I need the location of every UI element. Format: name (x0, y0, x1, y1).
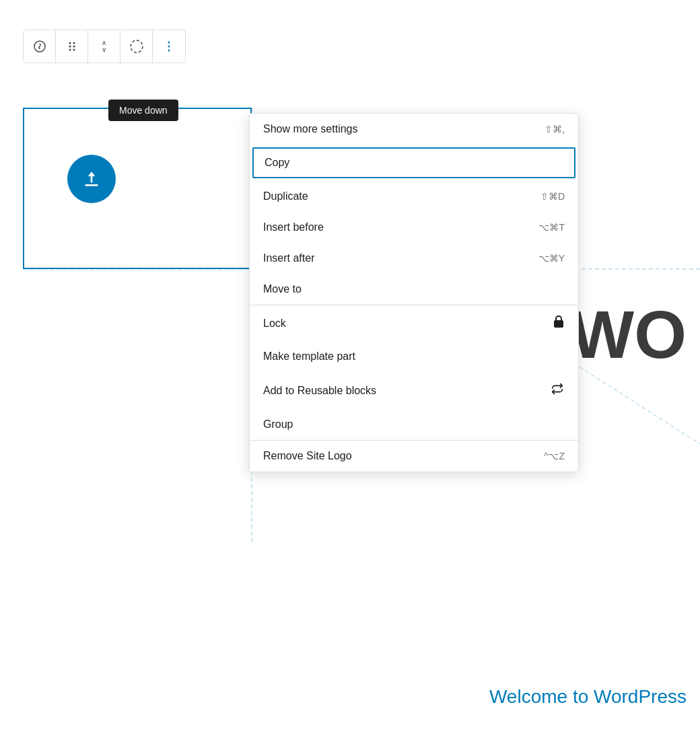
svg-point-7 (73, 46, 75, 48)
copy-label: Copy (265, 157, 289, 169)
insert-before-label: Insert before (263, 221, 324, 233)
select-parent-button[interactable] (120, 30, 153, 63)
remove-site-logo-label: Remove Site Logo (263, 450, 352, 462)
site-logo-button[interactable] (24, 30, 56, 63)
menu-item-add-reusable[interactable]: Add to Reusable blocks (250, 372, 578, 409)
make-template-part-label: Make template part (263, 350, 355, 363)
svg-point-4 (69, 42, 71, 44)
select-parent-icon (129, 39, 144, 54)
insert-before-shortcut: ⌥⌘T (538, 222, 565, 233)
svg-rect-14 (554, 320, 563, 328)
menu-item-duplicate[interactable]: Duplicate ⇧⌘D (250, 181, 578, 212)
svg-point-12 (168, 46, 170, 48)
insert-after-label: Insert after (263, 252, 314, 264)
menu-item-remove-site-logo[interactable]: Remove Site Logo ^⌥Z (250, 441, 578, 472)
svg-point-9 (73, 49, 75, 51)
site-logo-icon (33, 40, 46, 53)
duplicate-label: Duplicate (263, 190, 308, 202)
menu-item-lock[interactable]: Lock (250, 305, 578, 341)
menu-item-show-more-settings[interactable]: Show more settings ⇧⌘, (250, 114, 578, 145)
menu-section-1: Show more settings ⇧⌘, Copy Duplicate ⇧⌘… (250, 114, 578, 305)
svg-point-5 (73, 42, 75, 44)
show-more-settings-shortcut: ⇧⌘, (545, 124, 565, 135)
block-toolbar: ∧ ∨ (23, 30, 186, 63)
move-updown-button[interactable]: ∧ ∨ (88, 30, 120, 63)
lock-label: Lock (263, 317, 286, 330)
menu-item-group[interactable]: Group (250, 409, 578, 440)
welcome-text: Welcome to WordPress (489, 686, 687, 708)
menu-item-copy[interactable]: Copy (252, 147, 575, 178)
context-menu: Show more settings ⇧⌘, Copy Duplicate ⇧⌘… (249, 113, 579, 472)
menu-section-3: Remove Site Logo ^⌥Z (250, 441, 578, 472)
upload-button[interactable] (67, 155, 116, 203)
drag-icon (66, 40, 78, 52)
drag-button[interactable] (56, 30, 88, 63)
insert-after-shortcut: ⌥⌘Y (538, 253, 565, 264)
menu-item-insert-before[interactable]: Insert before ⌥⌘T (250, 212, 578, 243)
tooltip-text: Move down (119, 105, 168, 116)
menu-item-move-to[interactable]: Move to (250, 274, 578, 305)
move-down-tooltip: Move down (108, 100, 178, 121)
menu-section-2: Lock Make template part Add to Reusable … (250, 305, 578, 441)
move-to-label: Move to (263, 283, 302, 295)
svg-point-8 (69, 49, 71, 51)
svg-point-6 (69, 46, 71, 48)
svg-point-11 (168, 42, 170, 44)
lock-icon (553, 315, 565, 332)
remove-site-logo-shortcut: ^⌥Z (544, 451, 565, 461)
svg-point-10 (131, 40, 143, 52)
group-label: Group (263, 418, 293, 431)
upload-icon (81, 168, 102, 190)
add-reusable-label: Add to Reusable blocks (263, 385, 376, 397)
svg-point-13 (168, 50, 170, 52)
menu-item-make-template-part[interactable]: Make template part (250, 341, 578, 372)
options-button[interactable] (153, 30, 185, 63)
duplicate-shortcut: ⇧⌘D (540, 191, 565, 202)
selection-area (23, 108, 252, 269)
options-icon (168, 40, 170, 52)
show-more-settings-label: Show more settings (263, 123, 358, 135)
reusable-icon (550, 381, 565, 400)
menu-item-insert-after[interactable]: Insert after ⌥⌘Y (250, 243, 578, 274)
move-down-icon: ∨ (102, 46, 106, 53)
